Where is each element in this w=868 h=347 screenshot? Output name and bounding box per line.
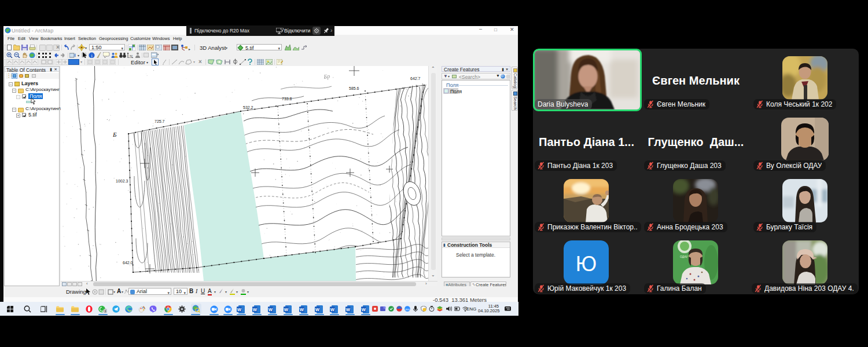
svg-text:W: W [330, 307, 335, 312]
svg-text:532.2: 532.2 [243, 105, 253, 109]
svg-text:W: W [346, 307, 351, 312]
svg-text:W: W [362, 307, 366, 312]
svg-text:1002.3: 1002.3 [116, 179, 128, 183]
svg-text:W: W [284, 307, 289, 312]
svg-text:733.8: 733.8 [282, 97, 292, 101]
svg-text:ОДАУ: ОДАУ [680, 255, 688, 258]
svg-text:W: W [300, 307, 304, 312]
svg-text:Б: Б [112, 131, 117, 138]
svg-text:725.7: 725.7 [155, 119, 165, 123]
svg-text:zm: zm [405, 308, 410, 311]
svg-text:W: W [269, 307, 273, 312]
svg-text:xy: xy [130, 54, 133, 57]
svg-text:W: W [237, 307, 242, 312]
svg-text:642.0: 642.0 [123, 261, 133, 265]
svg-text:Бр: Бр [323, 73, 330, 81]
svg-text:W: W [253, 307, 258, 312]
svg-text:W: W [315, 307, 320, 312]
svg-text:585.6: 585.6 [349, 86, 359, 90]
svg-text:Ю: Ю [576, 252, 597, 276]
svg-text:642.7: 642.7 [410, 76, 421, 81]
